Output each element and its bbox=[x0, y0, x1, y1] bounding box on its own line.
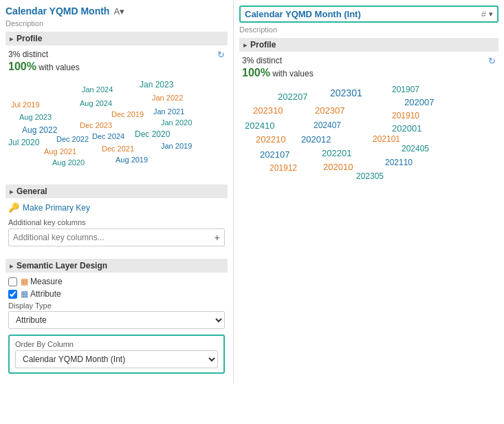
nw-item: 202301 bbox=[330, 87, 362, 98]
wc-item: Dec 2022 bbox=[56, 135, 89, 143]
wc-item: Jul 2020 bbox=[8, 138, 39, 147]
measure-label: Measure bbox=[30, 277, 63, 286]
left-panel-title: Calendar YQMD Month bbox=[6, 6, 109, 17]
wc-item: Dec 2019 bbox=[111, 110, 144, 118]
nw-item: 202305 bbox=[356, 171, 384, 181]
wc-item: Dec 2024 bbox=[92, 132, 124, 140]
nw-item: 202101 bbox=[373, 134, 400, 144]
wc-item: Jan 2022 bbox=[152, 94, 183, 102]
order-by-label: Order By Column bbox=[15, 340, 218, 348]
measure-checkbox-row: ▦ Measure bbox=[8, 277, 225, 286]
wc-item: Aug 2023 bbox=[19, 113, 52, 121]
make-primary-key-label[interactable]: Make Primary Key bbox=[23, 203, 90, 213]
additional-key-input-row: + bbox=[8, 229, 225, 246]
nw-item: 202001 bbox=[392, 123, 421, 134]
attribute-checkbox-row: ▦ Attribute bbox=[8, 289, 225, 299]
nw-item: 202405 bbox=[402, 144, 429, 153]
left-panel: Calendar YQMD Month A▾ Description ▸ Pro… bbox=[0, 0, 234, 383]
left-profile-header: ▸ Profile bbox=[6, 32, 228, 45]
semantic-section-header: ▸ Semantic Layer Design bbox=[6, 259, 228, 273]
left-title-row: Calendar YQMD Month A▾ bbox=[6, 6, 228, 17]
attribute-label: Attribute bbox=[30, 289, 61, 299]
display-type-label: Display Type bbox=[8, 301, 225, 310]
right-profile-header: ▸ Profile bbox=[239, 38, 498, 52]
right-refresh-icon[interactable]: ↻ bbox=[488, 56, 496, 66]
wc-item: Aug 2024 bbox=[80, 99, 112, 107]
left-general-header: ▸ General bbox=[6, 184, 228, 198]
attribute-icon: ▦ bbox=[21, 289, 30, 299]
profile-triangle-icon: ▸ bbox=[10, 35, 13, 43]
wc-item: Aug 2021 bbox=[44, 147, 76, 156]
measure-checkbox[interactable] bbox=[8, 277, 17, 286]
wc-item: Dec 2021 bbox=[102, 145, 134, 153]
right-panel-title: Calendar YQMD Month (Int) bbox=[245, 9, 481, 19]
left-distinct-stat: 3% distinct bbox=[8, 50, 225, 59]
right-panel: Calendar YQMD Month (Int) # ▾ Descriptio… bbox=[234, 0, 504, 383]
measure-icon: ▦ bbox=[21, 277, 30, 286]
wc-item: Jan 2020 bbox=[161, 118, 192, 127]
right-profile-section: ↻ 3% distinct 100% with values 202207 20… bbox=[239, 56, 498, 195]
make-primary-key-row[interactable]: 🔑 Make Primary Key bbox=[8, 202, 225, 213]
nw-item: 202410 bbox=[245, 120, 274, 131]
wc-item: Jan 2021 bbox=[153, 107, 184, 116]
profile-section-label: Profile bbox=[17, 34, 42, 43]
left-semantic-section: ▦ Measure ▦ Attribute Display Type Attri… bbox=[6, 277, 228, 378]
left-general-section: 🔑 Make Primary Key Additional key column… bbox=[6, 202, 228, 256]
nw-item: 202107 bbox=[260, 149, 289, 160]
nw-item: 201910 bbox=[392, 111, 419, 120]
order-by-select[interactable]: Calendar YQMD Month (Int) bbox=[15, 350, 218, 368]
nw-item: 202210 bbox=[256, 134, 285, 145]
left-profile-section: ↻ 3% distinct 100% with values Jul 2019 … bbox=[6, 50, 228, 182]
wc-item: Jan 2024 bbox=[82, 85, 113, 94]
nw-item: 202110 bbox=[385, 158, 413, 167]
nw-item: 202207 bbox=[278, 92, 307, 102]
semantic-section-label: Semantic Layer Design bbox=[17, 261, 107, 271]
right-description: Description bbox=[239, 25, 498, 34]
right-profile-label: Profile bbox=[250, 40, 276, 50]
wc-item: Dec 2023 bbox=[80, 121, 112, 129]
general-section-label: General bbox=[17, 187, 47, 196]
additional-key-input[interactable] bbox=[13, 233, 212, 242]
key-icon: 🔑 bbox=[8, 202, 19, 213]
left-title-icon[interactable]: A▾ bbox=[113, 6, 124, 17]
nw-item: 202201 bbox=[322, 148, 351, 158]
order-by-box: Order By Column Calendar YQMD Month (Int… bbox=[8, 335, 225, 374]
right-num-cloud: 202207 202301 201907 202310 202007 20241… bbox=[242, 82, 496, 185]
right-title-box: Calendar YQMD Month (Int) # ▾ bbox=[239, 6, 498, 23]
wc-item: Jan 2019 bbox=[161, 142, 192, 150]
nw-item: 202007 bbox=[404, 97, 434, 107]
semantic-triangle-icon: ▸ bbox=[10, 262, 13, 270]
wc-item: Dec 2020 bbox=[135, 129, 170, 139]
additional-key-label: Additional key columns bbox=[8, 218, 225, 226]
nw-item: 202307 bbox=[315, 105, 344, 116]
left-word-cloud: Jul 2019 Jan 2024 Jan 2023 Aug 2024 Jan … bbox=[8, 76, 225, 172]
display-type-select[interactable]: Attribute bbox=[8, 311, 225, 329]
display-type-row: Display Type Attribute bbox=[8, 301, 225, 329]
wc-item: Jul 2019 bbox=[11, 100, 40, 109]
attribute-checkbox[interactable] bbox=[8, 290, 17, 299]
wc-item: Jan 2023 bbox=[140, 80, 173, 89]
left-refresh-icon[interactable]: ↻ bbox=[217, 50, 225, 60]
nw-item: 202012 bbox=[301, 134, 331, 145]
chevron-down-icon[interactable]: ▾ bbox=[489, 10, 493, 19]
left-values-stat: 100% with values bbox=[8, 61, 225, 73]
right-profile-triangle-icon: ▸ bbox=[243, 41, 247, 49]
wc-item: Aug 2020 bbox=[52, 158, 85, 167]
nw-item: 202310 bbox=[253, 105, 283, 116]
wc-item: Aug 2022 bbox=[22, 125, 57, 135]
right-distinct-stat: 3% distinct bbox=[242, 56, 496, 65]
nw-item: 201912 bbox=[270, 163, 297, 173]
hash-icon: # bbox=[481, 9, 486, 19]
nw-item: 201907 bbox=[392, 85, 419, 94]
left-description: Description bbox=[6, 19, 228, 28]
nw-item: 202407 bbox=[314, 120, 341, 130]
nw-item: 202010 bbox=[323, 162, 353, 172]
general-triangle-icon: ▸ bbox=[10, 188, 13, 195]
additional-key-plus-button[interactable]: + bbox=[215, 232, 220, 243]
wc-item: Aug 2019 bbox=[116, 156, 148, 164]
right-values-stat: 100% with values bbox=[242, 67, 496, 79]
